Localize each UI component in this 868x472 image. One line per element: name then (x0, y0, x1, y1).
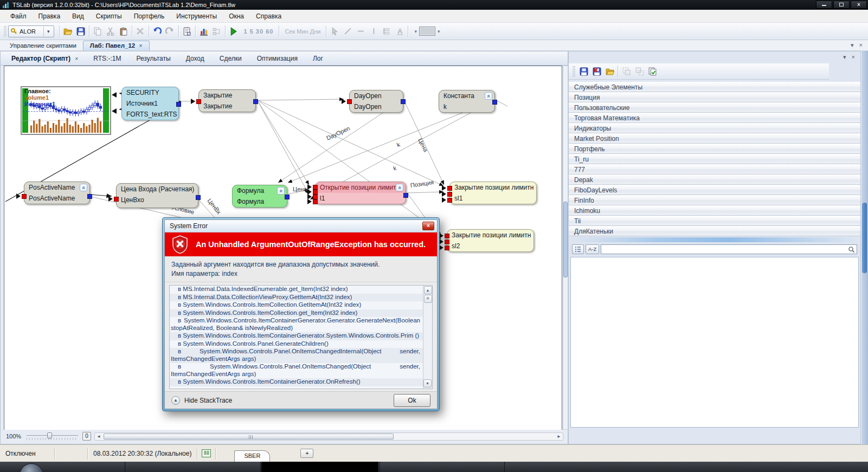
restore-button[interactable] (833, 1, 850, 9)
panel-vertical-scrollbar[interactable] (861, 51, 868, 444)
node-close_pos2[interactable]: Закрытие позиции лимитнsl2 (447, 229, 534, 252)
add-instrument-button[interactable]: + (300, 449, 313, 458)
node-dayopen[interactable]: DayOpenDayOpen (349, 90, 403, 113)
toolbar-grip[interactable] (4, 26, 7, 37)
canvas-horizontal-scrollbar[interactable]: ◄ ► (94, 432, 563, 441)
node-security[interactable]: SECURITYИсточник1FORTS_text:RTS (121, 87, 179, 120)
hscroll-thumb[interactable] (104, 434, 394, 439)
minimize-button[interactable] (816, 1, 832, 9)
doc-tab[interactable]: Управление скриптами (3, 41, 83, 50)
scroll-left-icon[interactable]: ◄ (95, 433, 102, 440)
menu-Справка[interactable]: Справка (250, 11, 287, 22)
scroll-thumb[interactable]: ≡ (424, 295, 432, 303)
sort-az-button[interactable]: A-Z (586, 244, 599, 254)
close-button[interactable]: × (851, 1, 867, 9)
calendar-icon[interactable]: 88 (202, 449, 211, 457)
open-button[interactable] (603, 65, 616, 78)
collapse-chevron-icon[interactable]: ▲ (171, 396, 180, 405)
canvas-vertical-scrollbar[interactable] (563, 66, 568, 430)
node-const_k[interactable]: Константаk« (439, 90, 495, 113)
palette-category[interactable]: Ti_ru (569, 154, 860, 164)
output-port[interactable] (492, 100, 497, 105)
node-entry_price[interactable]: Цена Входа (Расчетная)ЦенВхо (116, 183, 198, 208)
palette-category[interactable]: Tii (569, 216, 860, 226)
script-canvas[interactable]: DayOpenkkЦенаЦенаУсловиеЦенВхПозицияия S… (4, 66, 562, 431)
collapse-icon[interactable]: « (277, 187, 285, 195)
node-formula[interactable]: ФормулаФормула« (232, 185, 287, 208)
palette-search-input[interactable] (601, 244, 857, 254)
menu-Инструменты[interactable]: Инструменты (170, 11, 223, 22)
output-port[interactable] (87, 194, 92, 199)
tabrow-close-icon[interactable]: × (859, 42, 863, 49)
run-button[interactable] (227, 25, 240, 38)
chart-preview[interactable]: Главное: Volume1 Источник1 (21, 86, 111, 135)
copy-check-button[interactable] (646, 65, 659, 78)
tabrow-pin-icon[interactable]: ▾ (851, 42, 854, 49)
node-posactive[interactable]: PosActiveNamePosActiveName« (24, 182, 90, 204)
scroll-down-icon[interactable]: ▼ (423, 379, 432, 387)
palette-items-area[interactable] (570, 257, 859, 428)
tab-close-icon[interactable]: × (75, 55, 78, 62)
node-close1[interactable]: ЗакрытиеЗакрытие (198, 89, 256, 112)
scroll-up-icon[interactable]: ▲ (424, 286, 432, 294)
tab-close-icon[interactable]: × (139, 42, 142, 49)
editor-tab[interactable]: Оптимизация (249, 53, 305, 64)
canvas-vscroll-thumb[interactable] (563, 202, 568, 277)
output-port[interactable] (176, 102, 181, 107)
palette-category[interactable]: Market Position (569, 133, 860, 144)
output-port[interactable] (403, 193, 408, 198)
save-button[interactable] (577, 65, 590, 78)
palette-category[interactable]: Пользовательские (569, 102, 860, 113)
menu-Скрипты[interactable]: Скрипты (90, 11, 128, 22)
palette-pin-icon[interactable]: ▾ (843, 54, 846, 61)
palette-category[interactable]: Торговая Математика (569, 113, 860, 123)
palette-category[interactable]: Depak (569, 174, 860, 185)
output-port[interactable] (285, 195, 290, 199)
save-red-button[interactable] (590, 65, 603, 78)
zoom-slider-thumb[interactable] (47, 432, 52, 439)
editor-tab[interactable]: Сделки (212, 53, 249, 64)
open-button[interactable] (61, 25, 74, 38)
editor-tab[interactable]: Редактор (Скрипт)× (4, 53, 86, 64)
script-properties-button[interactable] (181, 25, 194, 38)
color-dropdown-icon[interactable]: ▾ (412, 29, 419, 34)
output-port[interactable] (253, 99, 258, 104)
menu-Портфель[interactable]: Портфель (128, 11, 171, 22)
palette-category[interactable]: Портфель (569, 144, 860, 154)
undo-button[interactable] (151, 25, 164, 38)
palette-category[interactable]: ДляКатеньки (569, 226, 860, 236)
account-dropdown-icon[interactable]: ▾ (46, 29, 52, 34)
palette-category[interactable]: FiboDayLevels (569, 185, 860, 195)
swatch-more-icon[interactable]: ▾ (435, 29, 442, 34)
paste-button[interactable] (117, 25, 130, 38)
instrument-tab[interactable]: SBER (234, 450, 270, 462)
output-port[interactable] (401, 99, 406, 104)
save-button[interactable] (74, 25, 87, 38)
start-orb-icon[interactable] (20, 463, 43, 472)
hide-stacktrace-button[interactable]: Hide StackTrace (184, 397, 232, 404)
zoom-slider[interactable] (27, 432, 78, 441)
dialog-close-button[interactable]: × (422, 222, 434, 230)
ok-button[interactable]: Ok (394, 394, 430, 407)
collapse-icon[interactable]: « (80, 184, 87, 191)
stack-scrollbar[interactable]: ▲ ≡ ▼ (423, 286, 432, 389)
palette-category[interactable]: Ichimoku (569, 205, 860, 216)
node-close_pos1[interactable]: Закрытие позиции лимитнsl1 (449, 182, 537, 204)
node-open_pos[interactable]: Открытие позиции лимитнl1« (315, 182, 406, 204)
menu-Правка[interactable]: Правка (33, 11, 67, 22)
color-swatch[interactable] (419, 27, 435, 36)
interval-units[interactable]: Сек Мин Дни (281, 28, 324, 35)
editor-tab[interactable]: RTS:-:1M (86, 53, 128, 64)
interval-numbers[interactable]: 1 5 30 60 (240, 28, 278, 35)
palette-category[interactable]: Индикаторы (569, 123, 860, 133)
collapse-icon[interactable]: « (485, 92, 492, 100)
dialog-title-bar[interactable]: System Error × (165, 220, 437, 232)
palette-category[interactable]: FinInfo (569, 195, 860, 205)
panel-vscroll-thumb[interactable] (862, 203, 867, 273)
account-selector[interactable]: ALOR ▾ (8, 25, 54, 37)
menu-Вид[interactable]: Вид (66, 11, 90, 22)
editor-tab[interactable]: Результаты (128, 53, 178, 64)
collapse-icon[interactable]: « (396, 184, 403, 191)
chart-button[interactable] (197, 25, 210, 38)
scroll-right-icon[interactable]: ► (555, 433, 563, 440)
